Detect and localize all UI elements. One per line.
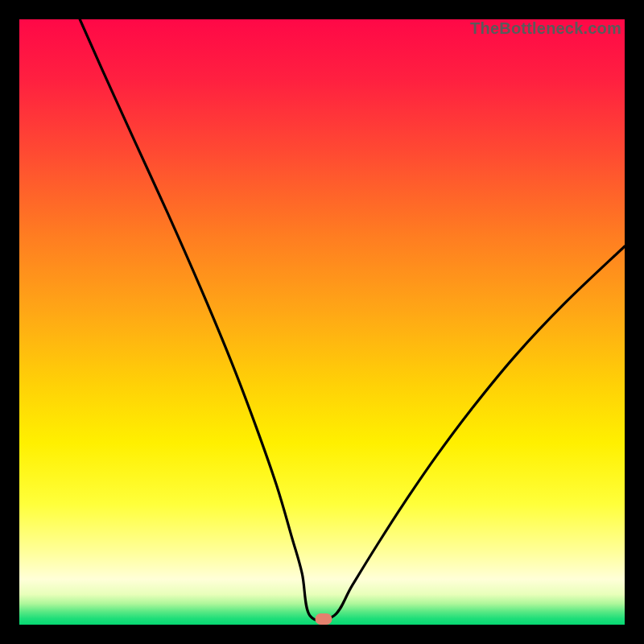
optimum-marker [315, 613, 332, 625]
bottleneck-curve [19, 19, 625, 625]
plot-area: TheBottleneck.com [19, 19, 625, 625]
watermark-label: TheBottleneck.com [470, 19, 621, 38]
chart-stage: TheBottleneck.com [0, 0, 644, 644]
